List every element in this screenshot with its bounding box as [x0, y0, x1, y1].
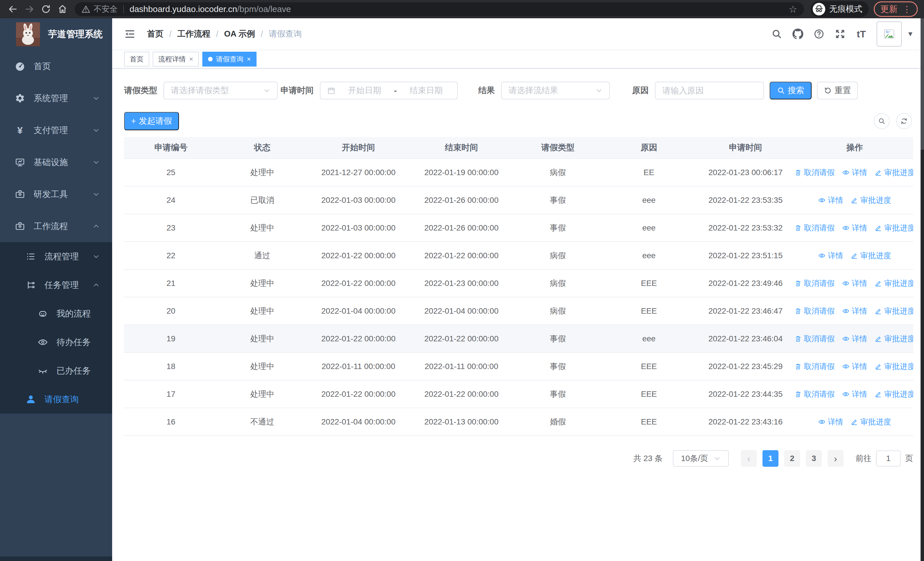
action-progress[interactable]: 审批进度	[850, 251, 891, 261]
sidebar-item-todo-tasks[interactable]: 待办任务	[0, 328, 112, 356]
breadcrumb-oa-example[interactable]: OA 示例	[224, 28, 255, 40]
action-detail[interactable]: 详情	[818, 251, 843, 261]
reason-input[interactable]	[656, 82, 764, 99]
start-date-placeholder[interactable]: 开始日期	[340, 85, 389, 96]
apply-time-range-picker[interactable]: 开始日期 - 结束日期	[320, 82, 458, 99]
action-detail[interactable]: 详情	[842, 278, 867, 289]
action-progress[interactable]: 审批进度	[850, 417, 891, 427]
action-progress[interactable]: 审批进度	[874, 334, 913, 344]
eye-icon	[842, 280, 849, 287]
eye-icon	[818, 418, 825, 426]
action-detail[interactable]: 详情	[842, 167, 867, 177]
sidebar-item-devtools[interactable]: 研发工具	[0, 178, 112, 210]
sidebar-item-workflow[interactable]: 工作流程	[0, 210, 112, 242]
sidebar-item-leave-query[interactable]: 请假查询	[0, 385, 112, 414]
action-detail[interactable]: 详情	[842, 334, 867, 344]
col-reason: 原因	[603, 142, 695, 153]
page-size-select[interactable]: 10条/页	[673, 450, 729, 467]
tab-leave-query[interactable]: 请假查询 ×	[202, 52, 256, 66]
address-bar[interactable]: 不安全 dashboard.yudao.iocoder.cn/bpm/oa/le…	[75, 2, 804, 16]
window-scrollbar[interactable]	[921, 18, 924, 561]
cell-type: 事假	[513, 195, 603, 206]
page-button-1[interactable]: 1	[762, 450, 778, 467]
browser-menu-icon[interactable]: ⋮	[903, 4, 911, 14]
action-progress[interactable]: 审批进度	[874, 306, 913, 316]
action-detail[interactable]: 详情	[842, 223, 867, 233]
action-progress[interactable]: 审批进度	[874, 361, 913, 371]
browser-home-icon[interactable]	[54, 1, 71, 17]
security-label[interactable]: 不安全	[94, 4, 118, 15]
action-cancel[interactable]: 取消请假	[796, 361, 835, 371]
avatar[interactable]	[877, 21, 902, 47]
sidebar-item-process-mgmt[interactable]: 流程管理	[0, 242, 112, 271]
scrollbar-thumb[interactable]	[921, 18, 924, 150]
action-progress[interactable]: 审批进度	[874, 389, 913, 399]
sidebar-item-home[interactable]: 首页	[0, 50, 112, 82]
sidebar-item-system[interactable]: 系统管理	[0, 82, 112, 114]
action-detail[interactable]: 详情	[818, 195, 843, 205]
search-icon[interactable]	[768, 25, 786, 43]
sidebar-item-infrastructure[interactable]: 基础设施	[0, 146, 112, 178]
pen-icon	[850, 252, 858, 259]
next-page-button[interactable]: ›	[828, 450, 843, 467]
fullscreen-icon[interactable]	[831, 25, 849, 43]
hide-search-icon[interactable]	[874, 113, 890, 129]
action-progress[interactable]: 审批进度	[874, 167, 913, 177]
action-cancel[interactable]: 取消请假	[796, 167, 835, 177]
leave-type-select[interactable]: 请选择请假类型	[164, 82, 278, 99]
cell-end: 2022-01-22 00:00:00	[410, 251, 513, 260]
tab-home[interactable]: 首页	[124, 52, 149, 66]
bookmark-star-icon[interactable]: ☆	[789, 3, 797, 15]
create-leave-button[interactable]: + 发起请假	[124, 112, 179, 130]
action-cancel[interactable]: 取消请假	[796, 334, 835, 344]
browser-back-icon[interactable]	[4, 1, 21, 17]
github-icon[interactable]	[789, 25, 807, 43]
action-cancel[interactable]: 取消请假	[796, 223, 835, 233]
tab-process-detail[interactable]: 流程详情 ×	[153, 52, 199, 66]
security-warning-icon[interactable]	[82, 5, 90, 14]
app-logo-row[interactable]: 芋道管理系统	[0, 18, 112, 50]
trash-icon	[796, 363, 802, 370]
cell-type: 病假	[513, 278, 603, 289]
result-select[interactable]: 请选择流结果	[501, 82, 610, 99]
sidebar-item-task-mgmt[interactable]: 任务管理	[0, 271, 112, 299]
action-detail[interactable]: 详情	[842, 389, 867, 399]
action-detail[interactable]: 详情	[842, 361, 867, 371]
cell-actions: 取消请假详情审批进度	[796, 361, 913, 371]
action-progress[interactable]: 审批进度	[874, 278, 913, 289]
avatar-caret-icon[interactable]: ▼	[907, 30, 914, 38]
action-cancel[interactable]: 取消请假	[796, 278, 835, 289]
sidebar-collapse-icon[interactable]	[124, 28, 135, 40]
cell-actions: 详情审批进度	[796, 251, 913, 261]
sidebar-item-payment[interactable]: ¥ 支付管理	[0, 114, 112, 146]
action-cancel[interactable]: 取消请假	[796, 389, 835, 399]
close-icon[interactable]: ×	[189, 55, 193, 63]
page-url[interactable]: dashboard.yudao.iocoder.cn/bpm/oa/leave	[129, 4, 291, 14]
browser-update-button[interactable]: 更新 ⋮	[874, 2, 918, 17]
reset-button[interactable]: 重置	[817, 82, 858, 99]
sidebar-item-my-process[interactable]: 我的流程	[0, 299, 112, 328]
action-cancel[interactable]: 取消请假	[796, 306, 835, 316]
search-button[interactable]: 搜索	[770, 82, 812, 99]
browser-reload-icon[interactable]	[38, 1, 54, 17]
refresh-icon[interactable]	[896, 113, 912, 129]
page-button-3[interactable]: 3	[806, 450, 822, 467]
font-size-icon[interactable]: tT	[852, 25, 870, 43]
action-progress[interactable]: 审批进度	[850, 195, 891, 205]
browser-forward-icon[interactable]	[21, 1, 38, 17]
action-detail[interactable]: 详情	[818, 417, 843, 427]
breadcrumb-home[interactable]: 首页	[147, 28, 164, 40]
cell-status: 处理中	[218, 167, 307, 178]
toolbox-icon	[14, 189, 26, 199]
breadcrumb-workflow[interactable]: 工作流程	[177, 28, 210, 40]
sidebar-item-done-tasks[interactable]: 已办任务	[0, 356, 112, 385]
leave-table: 申请编号 状态 开始时间 结束时间 请假类型 原因 申请时间 操作 25 处理中…	[124, 137, 913, 436]
page-button-2[interactable]: 2	[784, 450, 800, 467]
goto-page-input[interactable]	[876, 450, 901, 466]
close-icon[interactable]: ×	[247, 55, 251, 63]
action-progress[interactable]: 审批进度	[874, 223, 913, 233]
action-detail[interactable]: 详情	[842, 306, 867, 316]
prev-page-button[interactable]: ‹	[741, 450, 757, 467]
help-icon[interactable]	[810, 25, 828, 43]
end-date-placeholder[interactable]: 结束日期	[402, 85, 450, 96]
